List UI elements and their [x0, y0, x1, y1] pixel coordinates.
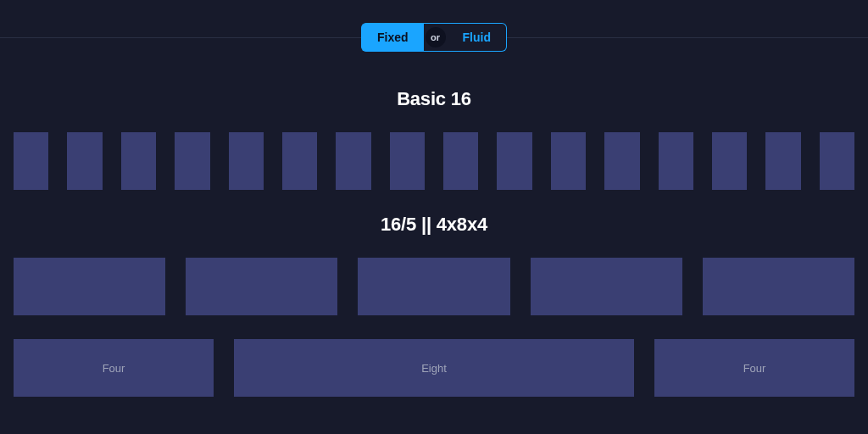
grid-column-eight: Eight	[234, 339, 634, 397]
grid-column-four-right: Four	[654, 339, 854, 397]
grid-column	[67, 132, 102, 190]
grid-container: 16/5 || 4x8x4 Four Eight Four	[0, 132, 868, 397]
grid-column	[14, 132, 48, 190]
fixed-toggle[interactable]: Fixed	[361, 23, 424, 52]
grid-column	[443, 132, 478, 190]
grid-column-four-left: Four	[14, 339, 214, 397]
basic-16-row	[14, 132, 854, 190]
grid-column	[551, 132, 586, 190]
grid-column	[703, 258, 854, 315]
layout-mode-toggle: Fixed or Fluid	[361, 23, 507, 52]
grid-column	[820, 132, 854, 190]
fluid-toggle[interactable]: Fluid	[448, 23, 507, 52]
basic-16-title: Basic 16	[0, 88, 868, 110]
toggle-or-label: or	[426, 27, 446, 47]
five-col-row	[14, 258, 854, 315]
section-2-title: 16/5 || 4x8x4	[14, 214, 854, 236]
grid-column	[175, 132, 209, 190]
grid-column	[186, 258, 337, 315]
layout-mode-divider: Fixed or Fluid	[0, 20, 868, 54]
grid-column	[390, 132, 425, 190]
grid-column	[531, 258, 682, 315]
grid-column	[229, 132, 264, 190]
grid-column	[659, 132, 693, 190]
grid-column	[14, 258, 165, 315]
grid-column	[358, 258, 509, 315]
grid-column	[121, 132, 156, 190]
four-eight-four-row: Four Eight Four	[14, 339, 854, 397]
toggle-or-separator: or	[424, 23, 448, 52]
grid-column	[604, 132, 639, 190]
grid-column	[712, 132, 747, 190]
grid-column	[336, 132, 370, 190]
grid-column	[765, 132, 800, 190]
grid-column	[282, 132, 317, 190]
grid-column	[497, 132, 531, 190]
